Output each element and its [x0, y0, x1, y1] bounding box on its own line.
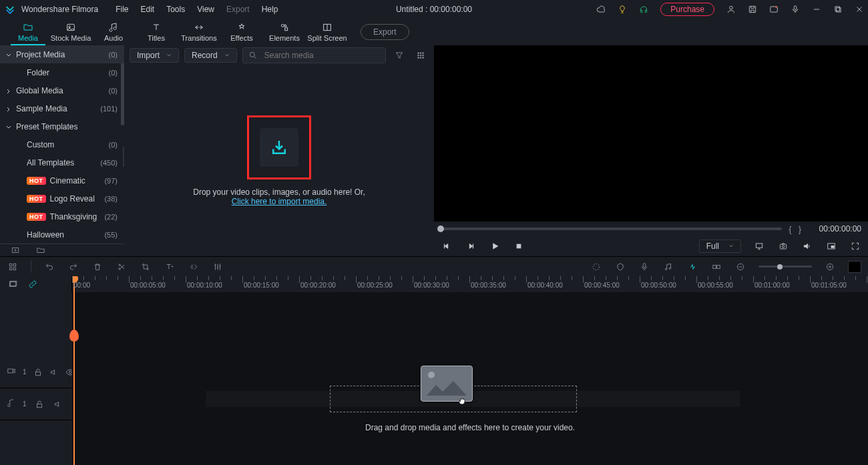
- media-drop-area[interactable]: Drop your video clips, images, or audio …: [124, 65, 434, 256]
- zoom-out-button[interactable]: [734, 261, 746, 273]
- new-folder-plus-icon[interactable]: [9, 244, 21, 256]
- audio-mix-icon[interactable]: [662, 261, 674, 273]
- lightbulb-icon[interactable]: [618, 5, 627, 14]
- tab-audio[interactable]: Audio: [92, 19, 135, 45]
- timeline-ruler[interactable]: 00:0000:00:05:0000:00:10:0000:00:15:0000…: [72, 276, 868, 292]
- mark-in-icon[interactable]: {: [789, 224, 791, 234]
- mark-out-icon[interactable]: }: [799, 224, 801, 234]
- import-icon[interactable]: [260, 128, 298, 167]
- track-body[interactable]: Drag and drop media and effects here to …: [72, 292, 868, 465]
- close-button[interactable]: [855, 5, 864, 14]
- search-input[interactable]: [263, 50, 380, 61]
- zoom-in-button[interactable]: [824, 261, 836, 273]
- zoom-thumb[interactable]: [777, 264, 783, 270]
- cloud-icon[interactable]: [596, 5, 606, 14]
- save-icon[interactable]: [748, 5, 757, 14]
- tab-transitions[interactable]: Transitions: [178, 19, 220, 45]
- play-button[interactable]: [489, 240, 501, 252]
- delete-button[interactable]: [91, 261, 103, 273]
- undo-button[interactable]: [43, 261, 55, 273]
- stop-button[interactable]: [513, 240, 525, 252]
- tracks-menu-icon[interactable]: [7, 278, 19, 290]
- zoom-slider[interactable]: [758, 266, 812, 268]
- tab-elements[interactable]: Elements: [263, 19, 306, 45]
- sidebar-item-halloween[interactable]: Halloween(55): [0, 225, 124, 244]
- tab-stock-media[interactable]: Stock Media: [49, 19, 92, 45]
- headset-icon[interactable]: [639, 5, 648, 14]
- sidebar-item-logo-reveal[interactable]: HOTLogo Reveal(38): [0, 189, 124, 207]
- maximize-button[interactable]: [833, 5, 843, 14]
- menu-help[interactable]: Help: [262, 5, 278, 14]
- video-lock-icon[interactable]: [33, 366, 43, 378]
- render-icon[interactable]: [590, 261, 602, 273]
- next-frame-button[interactable]: [465, 240, 477, 252]
- redo-button[interactable]: [67, 261, 79, 273]
- tab-titles[interactable]: Titles: [135, 19, 178, 45]
- minimize-button[interactable]: [812, 5, 821, 14]
- grid-view-icon[interactable]: [413, 47, 429, 63]
- scrub-thumb[interactable]: [437, 225, 444, 232]
- zoom-fit-button[interactable]: [848, 261, 861, 273]
- import-dropdown[interactable]: Import: [130, 48, 179, 63]
- sidebar-item-folder[interactable]: Folder(0): [0, 63, 124, 81]
- text-add-button[interactable]: [164, 261, 176, 273]
- tab-effects[interactable]: Effects: [220, 19, 263, 45]
- volume-icon[interactable]: [801, 240, 813, 252]
- import-label: Import: [137, 51, 160, 60]
- export-button[interactable]: Export: [361, 24, 409, 40]
- sidebar-item-all-templates[interactable]: All Templates(450): [0, 153, 124, 171]
- snapshot-icon[interactable]: [777, 240, 789, 252]
- crop-button[interactable]: [140, 261, 152, 273]
- quality-dropdown[interactable]: Full: [699, 240, 741, 253]
- record-label: Record: [192, 51, 218, 60]
- video-mute-icon[interactable]: [49, 366, 59, 378]
- link-icon[interactable]: [27, 278, 39, 290]
- split-button[interactable]: [116, 261, 128, 273]
- transitions-icon: [194, 22, 204, 33]
- audio-mute-icon[interactable]: [52, 398, 64, 410]
- tab-split-screen[interactable]: Split Screen: [306, 19, 349, 45]
- filter-icon[interactable]: [391, 47, 407, 63]
- voice-icon[interactable]: [638, 261, 650, 273]
- marker-icon[interactable]: [614, 261, 626, 273]
- scrub-track[interactable]: [441, 227, 782, 230]
- sidebar-item-cinematic[interactable]: HOTCinematic(97): [0, 171, 124, 189]
- fullscreen-icon[interactable]: [849, 240, 861, 252]
- menu-view[interactable]: View: [197, 5, 214, 14]
- record-dropdown[interactable]: Record: [184, 48, 237, 63]
- audio-lock-icon[interactable]: [33, 398, 45, 410]
- auto-ripple-icon[interactable]: [686, 261, 698, 273]
- timeline-playhead[interactable]: [73, 292, 75, 465]
- playhead-knob[interactable]: [69, 330, 79, 342]
- sidebar-item-count: (0): [109, 69, 118, 77]
- ruler-tick: 00:00:50:00: [640, 276, 640, 292]
- menu-tools[interactable]: Tools: [166, 5, 185, 14]
- new-folder-icon[interactable]: [35, 244, 47, 256]
- menu-edit[interactable]: Edit: [141, 5, 155, 14]
- menu-file[interactable]: File: [116, 5, 128, 14]
- display-settings-icon[interactable]: [753, 240, 765, 252]
- pip-icon[interactable]: [825, 240, 837, 252]
- purchase-button[interactable]: Purchase: [660, 3, 714, 16]
- svg-point-33: [119, 264, 120, 265]
- sidebar-item-count: (0): [109, 141, 118, 149]
- speed-button[interactable]: [188, 261, 200, 273]
- prev-frame-button[interactable]: [441, 240, 453, 252]
- layout-icon[interactable]: [7, 261, 19, 273]
- account-icon[interactable]: [726, 5, 736, 14]
- keyframe-icon[interactable]: [710, 261, 722, 273]
- import-link[interactable]: Click here to import media.: [232, 197, 327, 206]
- ruler-minor-tick: [662, 276, 663, 292]
- sidebar-item-global-media[interactable]: Global Media(0): [0, 81, 124, 99]
- sidebar-item-custom[interactable]: Custom(0): [0, 135, 124, 153]
- search-media[interactable]: [242, 47, 386, 63]
- mic-download-icon[interactable]: [791, 5, 800, 14]
- sidebar-item-thanksgiving[interactable]: HOTThanksgiving(22): [0, 207, 124, 225]
- sidebar-item-preset-templates[interactable]: Preset Templates: [0, 117, 124, 135]
- sidebar-item-sample-media[interactable]: Sample Media(101): [0, 99, 124, 117]
- message-icon[interactable]: [769, 5, 779, 14]
- sidebar-item-project-media[interactable]: Project Media(0): [0, 45, 124, 63]
- app-logo-icon: [4, 3, 16, 15]
- tab-media[interactable]: Media: [7, 19, 49, 45]
- adjust-button[interactable]: [212, 261, 224, 273]
